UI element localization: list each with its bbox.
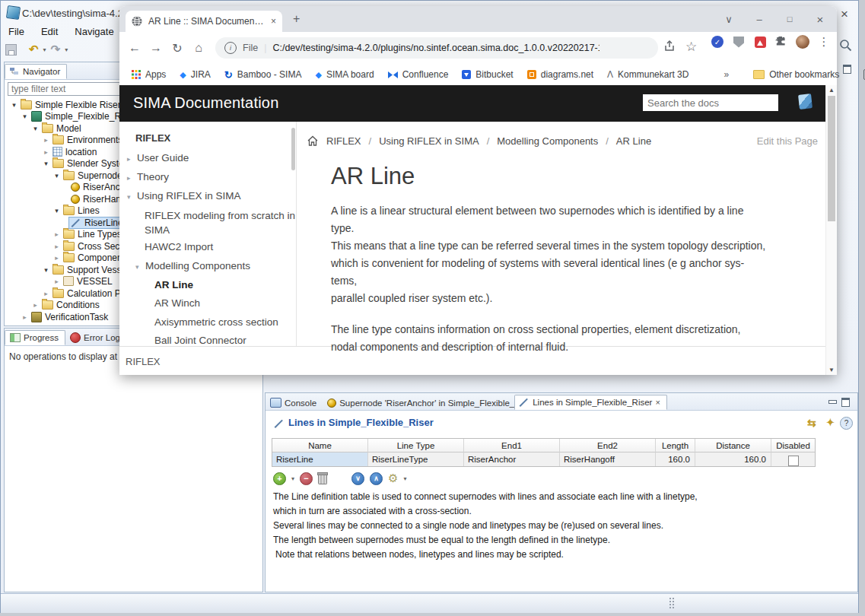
tab-error-log[interactable]: Error Log bbox=[65, 330, 126, 345]
address-bar[interactable]: i File | C:/dev/testing/sima-4.2.0/plugi… bbox=[215, 37, 658, 59]
bookmark-jira[interactable]: ◆JIRA bbox=[180, 69, 210, 80]
redo-icon[interactable]: ↷ bbox=[51, 43, 61, 56]
sidebar-item-ar-line[interactable]: AR Line bbox=[154, 279, 193, 291]
expander-icon[interactable]: ▾ bbox=[53, 172, 60, 179]
gear-icon[interactable]: ⚙ bbox=[388, 472, 398, 485]
col-length[interactable]: Length bbox=[656, 439, 695, 452]
sidebar-item-using-riflex[interactable]: Using RIFLEX in SIMA bbox=[137, 190, 241, 202]
disabled-checkbox[interactable] bbox=[788, 456, 799, 466]
reload-icon[interactable]: ↻ bbox=[167, 41, 188, 56]
docs-scrollbar[interactable]: ▲ ▼ bbox=[825, 85, 837, 375]
breadcrumb-item[interactable]: Modelling Components bbox=[497, 135, 598, 147]
tree-item-label[interactable]: RiserLine bbox=[84, 218, 123, 228]
tree-row[interactable]: ▾Slender System bbox=[43, 157, 132, 169]
tree-row[interactable]: ▾Model bbox=[32, 122, 81, 134]
extension-red-icon[interactable] bbox=[749, 35, 771, 49]
chevron-right-icon[interactable]: ▸ bbox=[127, 174, 131, 182]
forward-icon[interactable]: → bbox=[145, 41, 167, 55]
bookmarks-overflow-icon[interactable]: » bbox=[723, 69, 729, 80]
bookmark-kommunekart[interactable]: ΛKommunekart 3D bbox=[607, 69, 689, 80]
sidebar-item-hawc2-import[interactable]: HAWC2 Import bbox=[145, 241, 213, 252]
menu-edit[interactable]: Edit bbox=[41, 26, 58, 37]
maximize-button[interactable]: □ bbox=[774, 14, 805, 24]
tree-row[interactable]: ▾Simple Flexible Riser bbox=[11, 99, 121, 110]
expander-icon[interactable]: ▸ bbox=[53, 230, 60, 238]
tree-row-selected[interactable]: RiserLine bbox=[71, 217, 126, 228]
add-row-button[interactable]: + bbox=[273, 472, 286, 485]
tree-item-label[interactable]: Conditions bbox=[56, 300, 100, 310]
expander-icon[interactable]: ▾ bbox=[21, 113, 28, 120]
sidebar-item-modelling-components[interactable]: Modelling Components bbox=[145, 260, 250, 271]
close-button[interactable]: × bbox=[805, 13, 835, 26]
extension-check-icon[interactable]: ✓ bbox=[707, 35, 728, 49]
sidebar-scrollbar-thumb[interactable] bbox=[291, 128, 295, 170]
profile-chevron-icon[interactable]: ∨ bbox=[714, 14, 744, 25]
expander-icon[interactable]: ▸ bbox=[43, 148, 49, 156]
extension-shield-icon[interactable] bbox=[728, 35, 749, 49]
expander-icon[interactable]: ▾ bbox=[53, 207, 60, 214]
help-icon[interactable]: ? bbox=[840, 417, 853, 430]
expander-icon[interactable]: ▾ bbox=[43, 266, 49, 274]
col-name[interactable]: Name bbox=[272, 439, 368, 452]
menu-navigate[interactable]: Navigate bbox=[75, 26, 113, 37]
tree-item-label[interactable]: Model bbox=[56, 123, 81, 134]
home-icon[interactable]: ⌂ bbox=[188, 41, 209, 55]
tree-item-label[interactable]: VerificationTask bbox=[45, 312, 108, 322]
expander-icon[interactable]: ▾ bbox=[43, 160, 49, 167]
bookmark-star-icon[interactable]: ☆ bbox=[685, 39, 697, 55]
tree-item-label[interactable]: Environments bbox=[67, 135, 122, 145]
statusbar-drag-handle[interactable] bbox=[669, 598, 674, 608]
bookmark-sima-board[interactable]: ◆SIMA board bbox=[315, 69, 374, 80]
tree-item-label[interactable]: Lines bbox=[78, 205, 100, 216]
expander-icon[interactable]: ▾ bbox=[32, 125, 39, 132]
tree-row[interactable]: ▾Lines bbox=[53, 205, 100, 216]
tree-row[interactable]: ▸location bbox=[43, 146, 97, 157]
expander-icon[interactable]: ▸ bbox=[32, 301, 39, 309]
bookmark-confluence[interactable]: Confluence bbox=[388, 69, 449, 80]
sidebar-item-axisymmetric[interactable]: Axisymmetric cross section bbox=[154, 316, 278, 328]
breadcrumb-item[interactable]: AR Line bbox=[616, 135, 651, 147]
other-bookmarks[interactable]: Other bookmarks bbox=[753, 69, 839, 80]
url-text[interactable]: C:/dev/testing/sima-4.2.0/plugins/no.sin… bbox=[272, 43, 599, 53]
share-icon[interactable] bbox=[663, 40, 676, 53]
col-end2[interactable]: End2 bbox=[560, 439, 656, 452]
cell-distance[interactable]: 160.0 bbox=[695, 452, 771, 466]
expander-icon[interactable]: ▸ bbox=[43, 136, 49, 144]
kebab-menu-icon[interactable]: ⋮ bbox=[813, 35, 835, 49]
tree-row[interactable]: ▾Support Vessel bbox=[43, 264, 129, 275]
tree-row[interactable]: ▾Simple_Flexible_Riser bbox=[21, 110, 135, 122]
info-icon[interactable]: i bbox=[224, 42, 237, 54]
tab-progress[interactable]: Progress bbox=[5, 330, 65, 345]
breadcrumb-item[interactable]: Using RIFLEX in SIMA bbox=[379, 135, 479, 147]
bookmark-diagrams[interactable]: diagrams.net bbox=[527, 69, 593, 80]
tree-item-label[interactable]: location bbox=[65, 147, 97, 157]
expander-icon[interactable]: ▸ bbox=[43, 290, 49, 297]
delete-icon[interactable] bbox=[318, 475, 327, 484]
tree-row[interactable]: ▸Conditions bbox=[32, 299, 100, 310]
tree-item-label[interactable]: VESSEL bbox=[77, 276, 113, 287]
new-tab-button[interactable]: + bbox=[293, 12, 300, 26]
chevron-down-icon[interactable]: ▾ bbox=[135, 263, 139, 271]
col-end1[interactable]: End1 bbox=[464, 439, 560, 452]
chevron-down-icon[interactable]: ▾ bbox=[127, 193, 131, 201]
undo-dropdown-icon[interactable]: ▾ bbox=[43, 46, 46, 53]
sidebar-item-riflex-modeling[interactable]: RIFLEX modeling from scratch in SIMA bbox=[145, 208, 297, 237]
maximize-view-icon[interactable] bbox=[841, 398, 850, 407]
profile-avatar[interactable] bbox=[792, 35, 813, 49]
tab-supernode[interactable]: Supernode 'RiserAnchor' in Simple_Flexib… bbox=[323, 396, 514, 410]
tree-row[interactable]: ▾Supernodes bbox=[53, 170, 127, 181]
expander-icon[interactable]: ▸ bbox=[21, 313, 28, 321]
redo-dropdown-icon[interactable]: ▾ bbox=[65, 46, 68, 53]
eclipse-search-icon[interactable] bbox=[839, 39, 852, 52]
gear-dropdown-icon[interactable]: ▾ bbox=[403, 475, 406, 482]
minimize-button[interactable]: – bbox=[744, 14, 774, 25]
tree-item-label[interactable]: Simple Flexible Riser bbox=[35, 100, 121, 110]
move-down-button[interactable]: ∨ bbox=[351, 472, 364, 485]
scroll-up-icon[interactable]: ▲ bbox=[826, 87, 837, 94]
swap-icon[interactable]: ⇆ bbox=[807, 417, 816, 429]
tree-row[interactable]: ▸VerificationTask bbox=[21, 311, 108, 322]
move-up-button[interactable]: ∧ bbox=[370, 472, 383, 485]
bookmark-bamboo[interactable]: ↻Bamboo - SIMA bbox=[224, 69, 302, 81]
cell-disabled[interactable] bbox=[771, 452, 815, 466]
chevron-right-icon[interactable]: ▸ bbox=[127, 155, 131, 163]
